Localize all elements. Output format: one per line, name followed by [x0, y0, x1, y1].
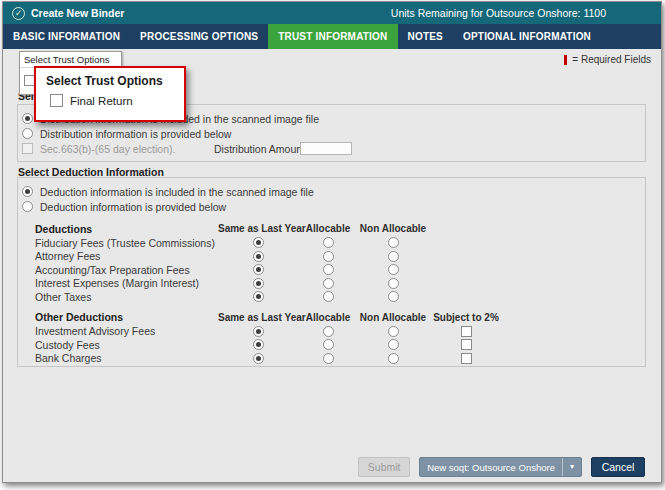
radio-allocable[interactable] — [323, 339, 334, 350]
required-fields-note: = Required Fields — [564, 54, 651, 65]
distribution-provided-row: Distribution information is provided bel… — [18, 126, 645, 141]
tab-basic-information[interactable]: BASIC INFORMATION — [3, 24, 130, 49]
distribution-provided-label: Distribution information is provided bel… — [40, 128, 231, 140]
create-new-binder-dialog: Create New Binder Units Remaining for Ou… — [2, 1, 662, 483]
required-fields-label: = Required Fields — [572, 54, 651, 65]
radio-same-as-last-year[interactable] — [253, 326, 264, 337]
radio-non-allocable[interactable] — [388, 237, 399, 248]
other-deduction-row: Custody Fees — [18, 338, 645, 352]
radio-non-allocable[interactable] — [388, 291, 399, 302]
other-deduction-row: Bank Charges — [18, 352, 645, 366]
radio-same-as-last-year[interactable] — [253, 353, 264, 364]
units-remaining-note: Units Remaining for Outsource Onshore: 1… — [391, 7, 606, 19]
submit-button[interactable]: Submit — [358, 457, 410, 477]
deduction-row: Fiduciary Fees (Trustee Commissions) — [18, 236, 645, 250]
check-circle-icon — [12, 7, 25, 20]
deduction-label: Attorney Fees — [35, 250, 218, 262]
other-deduction-row: Investment Advisory Fees — [18, 325, 645, 339]
radio-allocable[interactable] — [323, 353, 334, 364]
radio-allocable[interactable] — [323, 278, 334, 289]
environment-dropdown[interactable]: New soqt: Outsource Onshore — [419, 457, 582, 477]
other-deductions-header-row: Other Deductions Same as Last Year Alloc… — [18, 310, 645, 325]
radio-non-allocable[interactable] — [388, 339, 399, 350]
deduction-label: Bank Charges — [35, 352, 218, 364]
radio-same-as-last-year[interactable] — [253, 339, 264, 350]
sec663-label: Sec.663(b)-(65 day election). — [40, 143, 175, 155]
distribution-amount-input[interactable] — [300, 142, 352, 155]
deductions-header-row: Deductions Same as Last Year Allocable N… — [18, 221, 645, 236]
checkbox-subject-to-2pct[interactable] — [461, 353, 472, 364]
radio-allocable[interactable] — [323, 237, 334, 248]
radio-deduction-provided[interactable] — [22, 201, 33, 212]
radio-same-as-last-year[interactable] — [253, 291, 264, 302]
deduction-label: Other Taxes — [35, 291, 218, 303]
required-marker-icon — [564, 55, 567, 65]
deduction-included-row: Deduction information is included in the… — [18, 184, 645, 199]
deduction-row: Other Taxes — [18, 290, 645, 304]
col-subject-to-2pct: Subject to 2% — [428, 312, 504, 323]
window-title: Create New Binder — [31, 7, 124, 19]
deduction-provided-row: Deduction information is provided below — [18, 199, 645, 214]
deductions-label: Deductions — [35, 223, 218, 235]
final-return-row: Final Return — [36, 91, 184, 107]
environment-dropdown-label: New soqt: Outsource Onshore — [427, 462, 555, 473]
final-return-label: Final Return — [70, 95, 133, 107]
col-allocable: Allocable — [298, 312, 358, 323]
deduction-included-label: Deduction information is included in the… — [40, 186, 314, 198]
tab-notes[interactable]: NOTES — [398, 24, 453, 49]
deduction-label: Custody Fees — [35, 339, 218, 351]
radio-non-allocable[interactable] — [388, 326, 399, 337]
radio-non-allocable[interactable] — [388, 264, 399, 275]
radio-non-allocable[interactable] — [388, 251, 399, 262]
radio-non-allocable[interactable] — [388, 278, 399, 289]
cancel-button[interactable]: Cancel — [591, 457, 645, 477]
radio-same-as-last-year[interactable] — [253, 264, 264, 275]
radio-distribution-included[interactable] — [22, 113, 33, 124]
deduction-label: Interest Expenses (Margin Interest) — [35, 277, 218, 289]
checkbox-subject-to-2pct[interactable] — [461, 339, 472, 350]
radio-allocable[interactable] — [323, 251, 334, 262]
col-non-allocable: Non Allocable — [358, 223, 428, 234]
col-allocable: Allocable — [298, 223, 358, 234]
radio-distribution-provided[interactable] — [22, 128, 33, 139]
col-non-allocable: Non Allocable — [358, 312, 428, 323]
deduction-row: Interest Expenses (Margin Interest) — [18, 277, 645, 291]
tab-bar: BASIC INFORMATION PROCESSING OPTIONS TRU… — [3, 24, 661, 49]
checkbox-subject-to-2pct[interactable] — [461, 326, 472, 337]
deduction-label: Accounting/Tax Preparation Fees — [35, 264, 218, 276]
radio-deduction-included[interactable] — [22, 186, 33, 197]
tab-optional-information[interactable]: OPTIONAL INFORMATION — [453, 24, 601, 49]
tab-content: = Required Fields Select Distribution In… — [3, 49, 661, 482]
radio-allocable[interactable] — [323, 291, 334, 302]
chevron-down-icon — [562, 458, 574, 476]
deduction-label: Fiduciary Fees (Trustee Commissions) — [35, 237, 218, 249]
deduction-provided-label: Deduction information is provided below — [40, 201, 226, 213]
radio-allocable[interactable] — [323, 264, 334, 275]
tab-trust-information[interactable]: TRUST INFORMATION — [268, 24, 397, 49]
footer-actions: Submit New soqt: Outsource Onshore Cance… — [358, 457, 645, 477]
deduction-row: Accounting/Tax Preparation Fees — [18, 263, 645, 277]
radio-same-as-last-year[interactable] — [253, 278, 264, 289]
radio-non-allocable[interactable] — [388, 353, 399, 364]
other-deductions-label: Other Deductions — [35, 311, 218, 323]
tab-processing-options[interactable]: PROCESSING OPTIONS — [130, 24, 268, 49]
final-return-checkbox[interactable] — [50, 94, 63, 107]
deduction-label: Investment Advisory Fees — [35, 325, 218, 337]
col-same-as-last-year: Same as Last Year — [218, 312, 298, 323]
checkbox-sec663[interactable] — [22, 143, 33, 154]
deduction-row: Attorney Fees — [18, 250, 645, 264]
distribution-amount-label: Distribution Amount: — [214, 143, 308, 155]
radio-same-as-last-year[interactable] — [253, 237, 264, 248]
col-same-as-last-year: Same as Last Year — [218, 223, 298, 234]
trust-options-popup-title: Select Trust Options — [36, 68, 184, 91]
radio-allocable[interactable] — [323, 326, 334, 337]
radio-same-as-last-year[interactable] — [253, 251, 264, 262]
deduction-group: Deduction information is included in the… — [17, 177, 646, 367]
sec663-row: Sec.663(b)-(65 day election). Distributi… — [18, 141, 645, 156]
title-bar: Create New Binder Units Remaining for Ou… — [3, 2, 661, 24]
trust-options-zoom-popup: Select Trust Options Final Return — [34, 66, 186, 122]
